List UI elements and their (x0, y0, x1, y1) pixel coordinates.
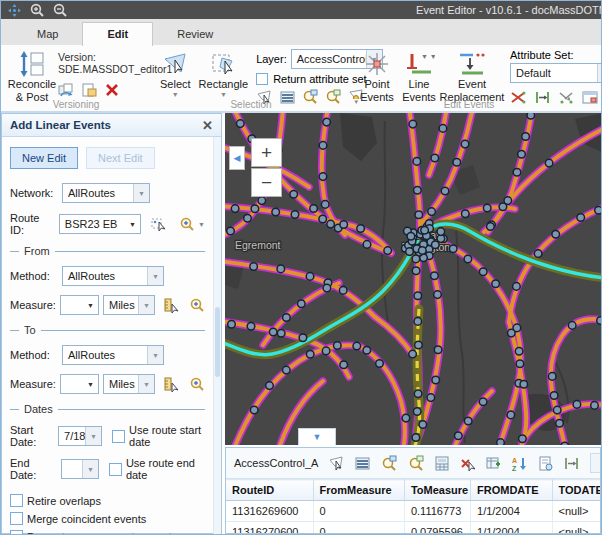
event-point[interactable] (407, 233, 415, 241)
event-point[interactable] (277, 329, 285, 337)
network-arrow[interactable]: ▼ (133, 184, 149, 202)
event-point[interactable] (518, 151, 526, 159)
network-select[interactable]: AllRoutes ▼ (62, 183, 150, 203)
event-point[interactable] (427, 394, 435, 402)
select-dropdown-arrow[interactable]: ▼ (172, 91, 179, 98)
column-header[interactable]: RouteID (226, 480, 313, 501)
event-point[interactable] (545, 159, 553, 167)
event-point[interactable] (568, 322, 576, 330)
event-point[interactable] (402, 414, 410, 422)
table-cell[interactable]: 1/1/2004 (471, 522, 553, 534)
event-point[interactable] (453, 158, 461, 166)
table-zoom-selected-icon[interactable] (381, 455, 397, 471)
event-point[interactable] (251, 205, 259, 213)
event-point[interactable] (497, 439, 505, 445)
table-cell[interactable]: 11316270600 (226, 522, 313, 534)
event-point[interactable] (419, 421, 427, 429)
select-button[interactable]: Select ▼ (156, 49, 195, 99)
event-point[interactable] (363, 241, 371, 249)
event-point[interactable] (291, 211, 299, 219)
reconcile-post-button[interactable]: Reconcile & Post (6, 49, 58, 104)
end-date-input[interactable]: ▼ (61, 459, 99, 479)
from-method-select[interactable]: AllRoutes ▼ (62, 266, 164, 286)
map-zoom-in-button[interactable]: + (251, 138, 282, 167)
event-point[interactable] (595, 206, 601, 214)
conflicts-icon[interactable] (58, 82, 74, 98)
event-point[interactable] (228, 320, 236, 328)
event-point[interactable] (319, 215, 327, 223)
event-point[interactable] (409, 350, 417, 358)
event-point[interactable] (412, 434, 420, 442)
event-point[interactable] (513, 168, 521, 176)
rectangle-dropdown-arrow[interactable]: ▼ (220, 91, 227, 98)
use-route-end-checkbox[interactable] (109, 463, 122, 476)
attribute-set-arrow[interactable]: ▼ (597, 64, 601, 82)
event-point[interactable] (250, 406, 258, 414)
event-point[interactable] (504, 197, 512, 205)
event-point[interactable] (522, 133, 530, 141)
event-point[interactable] (306, 351, 314, 359)
event-point[interactable] (310, 205, 318, 213)
event-point[interactable] (483, 204, 491, 212)
event-point[interactable] (513, 283, 521, 291)
to-method-arrow[interactable]: ▼ (147, 346, 163, 364)
event-point[interactable] (414, 390, 422, 398)
prevent-measures-checkbox[interactable] (10, 530, 23, 535)
table-sort-icon[interactable]: AZ (512, 455, 527, 471)
map-zoom-out-button[interactable]: − (251, 168, 282, 197)
delete-version-icon[interactable] (104, 82, 120, 98)
event-point[interactable] (492, 280, 500, 288)
event-point[interactable] (250, 263, 258, 271)
event-point[interactable] (244, 214, 252, 222)
event-point[interactable] (552, 231, 560, 239)
event-point[interactable] (434, 291, 442, 299)
event-point[interactable] (412, 267, 420, 275)
event-point[interactable] (434, 346, 442, 354)
event-point[interactable] (577, 214, 585, 222)
event-point[interactable] (449, 245, 457, 253)
event-point[interactable] (462, 210, 470, 218)
event-point[interactable] (413, 158, 421, 166)
event-point[interactable] (323, 284, 331, 292)
event-point[interactable] (516, 360, 524, 368)
column-header[interactable]: TODATE (552, 480, 600, 501)
pan-icon[interactable] (7, 3, 21, 17)
panel-scrollbar-thumb[interactable] (215, 307, 220, 377)
event-point[interactable] (507, 411, 515, 419)
event-point[interactable] (487, 223, 495, 231)
event-point[interactable] (437, 228, 445, 236)
table-offset-icon[interactable] (564, 455, 579, 471)
table-clear-selection-icon[interactable] (460, 455, 475, 471)
column-header[interactable]: FROMDATE (471, 480, 553, 501)
event-point[interactable] (406, 248, 414, 256)
zoom-in-icon[interactable] (30, 3, 44, 17)
table-cell[interactable]: 0.0795596 (404, 522, 470, 534)
event-point[interactable] (319, 142, 327, 150)
collapse-panel-arrow[interactable]: ◀ (229, 146, 245, 170)
event-point[interactable] (464, 255, 472, 263)
event-point[interactable] (519, 435, 527, 443)
event-point[interactable] (409, 120, 417, 128)
select-route-on-map-icon[interactable] (151, 216, 167, 232)
event-point[interactable] (412, 255, 420, 263)
column-header[interactable]: FromMeasure (313, 480, 404, 501)
event-point[interactable] (327, 220, 335, 228)
to-unit-select[interactable]: Miles ▼ (103, 374, 155, 394)
to-measure-input[interactable]: ▼ (60, 374, 99, 394)
event-point[interactable] (415, 341, 423, 349)
event-point[interactable] (431, 272, 439, 280)
route-id-select[interactable]: BSR23 EB ▼ (59, 214, 141, 234)
column-header[interactable]: ToMeasure (404, 480, 470, 501)
event-point[interactable] (237, 120, 245, 128)
event-point[interactable] (421, 226, 429, 234)
tab-map[interactable]: Map (13, 23, 82, 46)
event-replacement-button[interactable]: Event Replacement (440, 49, 504, 104)
event-point[interactable] (299, 334, 307, 342)
event-point[interactable] (384, 247, 392, 255)
event-point[interactable] (527, 113, 535, 119)
collapse-table-arrow[interactable]: ▼ (298, 428, 336, 445)
event-point[interactable] (323, 118, 331, 126)
event-point[interactable] (231, 205, 239, 213)
table-cell[interactable]: 0 (313, 501, 404, 522)
new-version-icon[interactable] (81, 82, 97, 98)
